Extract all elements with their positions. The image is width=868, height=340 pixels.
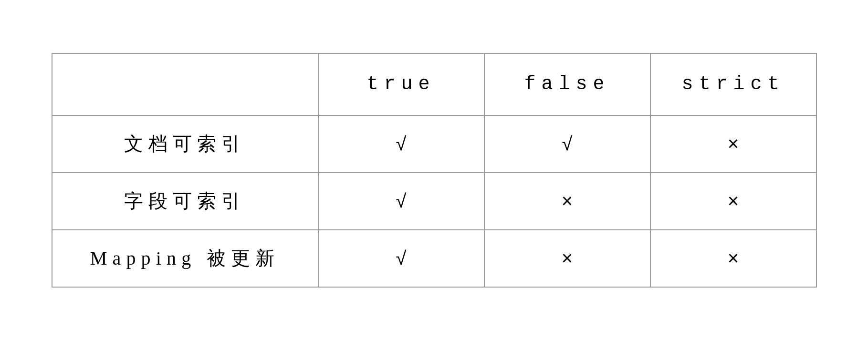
- cell-mapping-false: ×: [484, 230, 650, 287]
- row-label-doc-indexable: 文档可索引: [52, 115, 318, 173]
- cell-field-true: √: [318, 173, 484, 230]
- table-row: 文档可索引 √ √ ×: [52, 115, 816, 173]
- header-blank: [52, 53, 318, 115]
- row-label-mapping-updated: Mapping 被更新: [52, 230, 318, 287]
- cell-mapping-true: √: [318, 230, 484, 287]
- table-row: 字段可索引 √ × ×: [52, 173, 816, 230]
- comparison-table: true false strict 文档可索引 √ √ × 字段可索引 √ × …: [52, 53, 817, 288]
- cell-mapping-strict: ×: [650, 230, 816, 287]
- cell-field-false: ×: [484, 173, 650, 230]
- table-header-row: true false strict: [52, 53, 816, 115]
- header-false: false: [484, 53, 650, 115]
- comparison-table-container: true false strict 文档可索引 √ √ × 字段可索引 √ × …: [52, 53, 817, 288]
- table-row: Mapping 被更新 √ × ×: [52, 230, 816, 287]
- cell-field-strict: ×: [650, 173, 816, 230]
- header-strict: strict: [650, 53, 816, 115]
- header-true: true: [318, 53, 484, 115]
- row-label-field-indexable: 字段可索引: [52, 173, 318, 230]
- cell-doc-strict: ×: [650, 115, 816, 173]
- cell-doc-false: √: [484, 115, 650, 173]
- cell-doc-true: √: [318, 115, 484, 173]
